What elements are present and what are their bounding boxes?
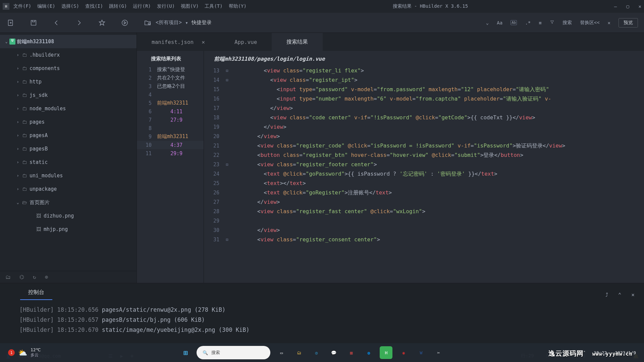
result-line-num: 7 — [137, 117, 157, 123]
folder-item[interactable]: ›🗀pagesA — [0, 129, 137, 142]
search-result-row[interactable]: 104:37 — [137, 141, 204, 149]
refresh-icon[interactable]: ↻ — [33, 274, 36, 280]
dropdown-icon[interactable]: ▾ — [185, 20, 188, 26]
menu-item[interactable]: 选择(S) — [61, 3, 79, 9]
folder-search-icon[interactable] — [143, 18, 152, 27]
folder-item[interactable]: ›🗀pages — [0, 115, 137, 129]
export-icon[interactable]: ⤴ — [605, 292, 608, 298]
file-label: dizhuo.png — [44, 213, 74, 219]
menu-item[interactable]: 运行(R) — [133, 3, 151, 9]
file-item[interactable]: 🖼dizhuo.png — [0, 209, 137, 223]
close-icon[interactable]: ✕ — [639, 4, 641, 9]
editor-tab[interactable]: App.vue — [220, 33, 272, 51]
store-icon[interactable]: ▦ — [345, 346, 358, 359]
taskbar-weather[interactable]: 1 ⛅ 12℃ 多云 — [8, 347, 41, 358]
play-icon[interactable] — [120, 18, 129, 27]
regex-icon[interactable]: .* — [525, 20, 531, 25]
search-scope-label[interactable]: <所有项目> — [156, 19, 182, 26]
wholeword-icon[interactable]: Ab — [511, 20, 517, 25]
menu-item[interactable]: 文件(F) — [13, 3, 31, 9]
code-lines[interactable]: <view class="register_li flex"> <view cl… — [231, 66, 644, 283]
chevron-right-icon: › — [15, 187, 21, 191]
chevron-down-icon[interactable]: ⌄ — [486, 20, 489, 25]
folder-item[interactable]: ›🗀js_sdk — [0, 88, 137, 102]
menu-item[interactable]: 发行(U) — [157, 3, 175, 9]
search-result-row[interactable]: 4 — [137, 90, 204, 99]
tab-close-icon[interactable]: ✕ — [202, 39, 205, 45]
folder-item[interactable]: ›🗀.hbuilderx — [0, 48, 137, 62]
weather-desc: 多云 — [31, 352, 41, 358]
code-editor[interactable]: 前端mh3231108/pages/login/login.vue 131415… — [204, 51, 644, 283]
bug-icon[interactable]: ⌬ — [19, 274, 24, 280]
back-icon[interactable] — [52, 18, 61, 27]
search-result-row[interactable]: 3已忽略2个目 — [137, 82, 204, 90]
search-result-row[interactable]: 727:9 — [137, 116, 204, 124]
search-result-row[interactable]: 1129:9 — [137, 149, 204, 158]
search-result-row[interactable]: 64:11 — [137, 107, 204, 116]
menu-item[interactable]: 查找(I) — [85, 3, 103, 9]
maximize-icon[interactable]: ▢ — [626, 4, 629, 9]
console-tab[interactable]: 控制台 — [20, 286, 52, 300]
result-line-num: 3 — [137, 83, 157, 89]
menu-item[interactable]: 帮助(Y) — [229, 3, 247, 9]
snip-icon[interactable]: ✂ — [432, 346, 445, 359]
menu-item[interactable]: 跳转(G) — [109, 3, 127, 9]
explorer-icon[interactable]: 🗂 — [292, 346, 305, 359]
new-file-icon[interactable] — [6, 18, 15, 27]
wechat-icon[interactable]: 💬 — [327, 346, 340, 359]
forward-icon[interactable] — [74, 18, 84, 27]
save-icon[interactable] — [29, 18, 38, 27]
chevron-right-icon: › — [15, 160, 21, 165]
file-tree[interactable]: ⌄ U 前端mh3231108 ›🗀.hbuilderx›🗀components… — [0, 33, 137, 271]
editor-tab[interactable]: 搜索结果 — [272, 33, 323, 51]
fold-gutter[interactable]: ⊟⊟⊟⊟ — [223, 66, 231, 283]
menu-lines-icon[interactable]: ≡ — [539, 20, 541, 25]
folder-item[interactable]: ›🗀uni_modules — [0, 169, 137, 182]
start-icon[interactable]: ⊞ — [179, 346, 192, 359]
taskbar-search[interactable]: 🔍 搜索 — [197, 346, 270, 359]
menu-item[interactable]: 视图(V) — [181, 3, 199, 9]
folder-item[interactable]: ›🗀static — [0, 156, 137, 169]
folder-item[interactable]: ›🗀components — [0, 62, 137, 75]
search-result-row[interactable]: 2共在2个文件 — [137, 74, 204, 82]
windows-taskbar[interactable]: 1 ⛅ 12℃ 多云 ⊞ 🔍 搜索 ▭ 🗂 ◎ 💬 ▦ ◍ H ◉ W ✂ ˄ … — [0, 343, 644, 362]
folder-item[interactable]: ›🗀pagesB — [0, 142, 137, 156]
web-icon[interactable]: ⊕ — [45, 274, 48, 280]
search-query[interactable]: 快捷登录 — [192, 19, 212, 26]
preview-button[interactable]: 预览 — [619, 18, 638, 27]
file-item[interactable]: 🖼mhjp.png — [0, 223, 137, 236]
music-icon[interactable]: ◉ — [397, 346, 410, 359]
search-result-row[interactable]: 8 — [137, 124, 204, 132]
close-search-icon[interactable]: ✕ — [608, 20, 610, 25]
clear-console-icon[interactable]: ⨯ — [631, 292, 635, 298]
taskbar-search-placeholder: 搜索 — [211, 350, 220, 356]
folder-icon: 🗀 — [21, 173, 28, 179]
star-icon[interactable] — [97, 18, 107, 27]
folder-item[interactable]: ›🗀node_modules — [0, 102, 137, 115]
find-button[interactable]: 搜索 — [562, 20, 572, 26]
project-root[interactable]: ⌄ U 前端mh3231108 — [0, 35, 137, 48]
edge-icon[interactable]: ◎ — [310, 346, 323, 359]
minimize-icon[interactable]: — — [614, 4, 617, 9]
search-result-row[interactable]: 5前端mh32311 — [137, 99, 204, 107]
menu-item[interactable]: 编辑(E) — [37, 3, 55, 9]
case-icon[interactable]: Aa — [497, 20, 502, 25]
folder-open[interactable]: ⌄ 🗁 首页图片 — [0, 196, 137, 209]
taskview-icon[interactable]: ▭ — [275, 346, 288, 359]
chevron-right-icon: › — [15, 66, 21, 71]
editor-tab[interactable]: manifest.json✕ — [137, 33, 220, 51]
folder-icon[interactable]: 🗂 — [5, 274, 11, 280]
replace-button[interactable]: 替换区<< — [580, 20, 600, 26]
folder-label: js_sdk — [30, 92, 48, 98]
folder-item[interactable]: ›🗀unpackage — [0, 182, 137, 196]
folder-label: unpackage — [30, 186, 57, 192]
filter-icon[interactable] — [550, 20, 554, 25]
collapse-icon[interactable]: ⌃ — [618, 292, 622, 298]
search-result-row[interactable]: 1搜索"快捷登 — [137, 65, 204, 74]
word-icon[interactable]: W — [415, 346, 427, 359]
search-result-row[interactable]: 9前端mh32311 — [137, 132, 204, 141]
folder-item[interactable]: ›🗀http — [0, 75, 137, 88]
app-icon[interactable]: ◍ — [362, 346, 375, 359]
menu-item[interactable]: 工具(T) — [205, 3, 222, 9]
hbuilder-icon[interactable]: H — [380, 346, 392, 359]
